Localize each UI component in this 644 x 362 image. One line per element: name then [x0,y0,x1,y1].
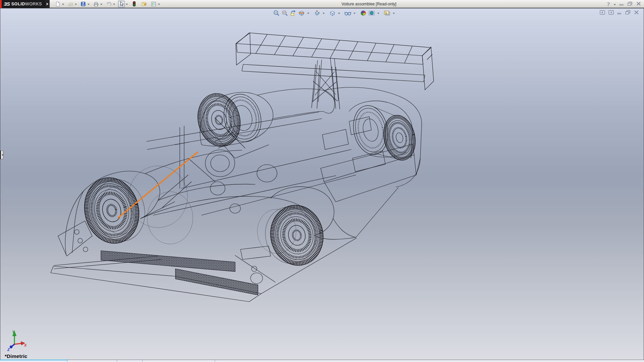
wireframe-car-model[interactable] [0,8,644,360]
dropdown-caret[interactable] [88,4,90,5]
reference-triad: Y X Z [6,329,28,352]
print-button[interactable] [93,1,102,7]
select-tool-button[interactable] [118,1,128,7]
toolbar-flyout-button[interactable] [45,0,50,8]
document-title: Voiture assomblee [Read-only] [134,2,604,6]
titlebar: ЗS SOLIDWORKS [0,0,644,8]
front-right-wheel [192,89,246,151]
dropdown-caret[interactable] [113,4,115,5]
window-controls: ? [607,0,641,8]
dropdown-caret[interactable] [100,4,102,5]
view-orientation-label: *Dimetric [5,353,28,359]
restore-button[interactable] [627,1,633,7]
printer-icon [93,1,99,7]
solidworks-logo: ЗS SOLIDWORKS [0,0,45,8]
rear-wing [236,33,434,109]
save-button[interactable] [80,1,90,7]
z-axis-ball [10,346,12,348]
x-axis-label: X [24,343,27,347]
flyout-arrow-icon [47,3,48,5]
open-document-button[interactable] [67,1,77,7]
z-axis-label: Z [7,348,10,352]
front-left-wheel [77,170,151,249]
undo-button[interactable] [105,1,115,7]
save-floppy-icon [80,1,87,7]
front-right-rim-face [219,90,266,146]
dropdown-caret[interactable] [126,4,128,5]
graphics-area[interactable]: Y X Z *Dimetric [0,8,644,360]
new-document-button[interactable] [54,1,64,7]
status-bar [0,360,644,362]
help-dropdown-caret[interactable] [614,4,616,5]
close-button[interactable] [636,1,641,7]
solidworks-window: ЗS SOLIDWORKS [0,0,644,362]
dropdown-caret[interactable] [75,4,77,5]
status-accent-bar [0,360,67,360]
3ds-logo-mark: ЗS [4,1,10,7]
solidworks-wordmark: SOLIDWORKS [11,2,42,6]
open-folder-icon [67,1,74,7]
new-document-icon [54,1,61,7]
minimize-button[interactable] [619,1,624,7]
side-skirt-mesh [101,251,258,295]
help-button[interactable]: ? [607,1,610,7]
logo-red-stripe [0,0,2,8]
select-cursor-icon [118,1,125,7]
undo-arrow-icon [105,1,112,7]
dropdown-caret[interactable] [62,4,64,5]
